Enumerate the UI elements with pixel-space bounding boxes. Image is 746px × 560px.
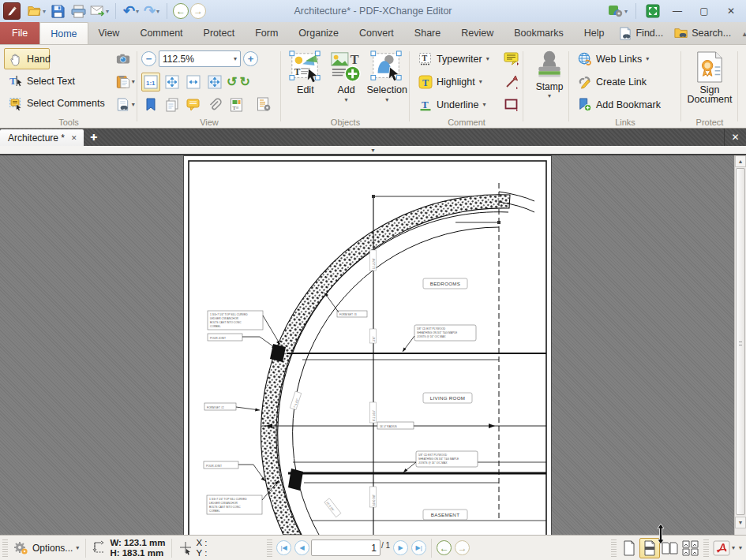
document-canvas[interactable]: BEDROOMS LIVING ROOM BASEMENT 1 3/4×7 1/… xyxy=(0,155,734,535)
tab-form[interactable]: Form xyxy=(245,22,288,44)
redo-caret-icon[interactable]: ▾ xyxy=(156,8,159,15)
tab-protect[interactable]: Protect xyxy=(193,22,246,44)
add-bookmark-button[interactable]: Add Bookmark xyxy=(573,94,679,115)
fields-pane-button[interactable]: T≡ xyxy=(227,95,246,114)
tab-organize[interactable]: Organize xyxy=(288,22,349,44)
actual-size-button[interactable]: 1:1 xyxy=(141,73,160,91)
ui-options-button[interactable]: ▾ xyxy=(607,2,628,21)
typewriter-caret-icon[interactable]: ▾ xyxy=(486,55,489,62)
fit-width-button[interactable] xyxy=(184,73,203,91)
tab-review[interactable]: Review xyxy=(451,22,504,44)
tab-comment[interactable]: Comment xyxy=(129,22,193,44)
maximize-button[interactable]: ▢ xyxy=(692,2,716,20)
snapshot-button[interactable] xyxy=(116,48,135,69)
find-button[interactable]: Find... xyxy=(614,23,668,43)
create-link-button[interactable]: Create Link xyxy=(573,71,679,92)
document-tab-architecture[interactable]: Architecture * ✕ xyxy=(0,129,84,146)
tab-close-icon[interactable]: ✕ xyxy=(71,134,77,142)
email-caret-icon[interactable]: ▾ xyxy=(106,8,109,15)
highlight-button[interactable]: T Highlight ▾ xyxy=(414,71,487,92)
comments-pane-button[interactable] xyxy=(184,95,203,114)
attachments-pane-button[interactable] xyxy=(205,95,224,114)
add-objects-caret-icon[interactable]: ▾ xyxy=(345,96,348,103)
hand-tool-button[interactable]: Hand xyxy=(4,48,50,69)
previous-page-button[interactable]: ◀ xyxy=(294,540,309,555)
web-links-button[interactable]: Web Links ▾ xyxy=(573,48,679,69)
collapse-ribbon-icon[interactable]: ▴ xyxy=(737,29,746,38)
select-text-button[interactable]: T Select Text xyxy=(4,70,110,91)
underline-caret-icon[interactable]: ▾ xyxy=(483,101,486,108)
stamp-caret-icon[interactable]: ▾ xyxy=(548,92,551,99)
add-objects-button[interactable]: T Add ▾ xyxy=(326,48,367,115)
page-number-input[interactable]: 1 xyxy=(311,539,380,556)
fullscreen-button[interactable] xyxy=(643,2,662,21)
tab-file[interactable]: File xyxy=(0,22,39,44)
statusbar-collapse-icon[interactable]: ▼ xyxy=(735,547,746,550)
scrollbar-thumb[interactable] xyxy=(736,168,745,515)
bookmarks-pane-button[interactable] xyxy=(141,95,160,114)
tab-convert[interactable]: Convert xyxy=(349,22,404,44)
last-page-button[interactable]: ▶| xyxy=(411,540,426,555)
options-caret-icon[interactable]: ▾ xyxy=(76,544,79,551)
pdf-page[interactable]: BEDROOMS LIVING ROOM BASEMENT 1 3/4×7 1/… xyxy=(184,156,551,535)
two-page-continuous-layout-button[interactable] xyxy=(680,538,701,558)
web-links-caret-icon[interactable]: ▾ xyxy=(646,55,649,62)
zoom-caret-icon[interactable]: ▾ xyxy=(234,55,237,62)
close-button[interactable]: ✕ xyxy=(719,2,743,20)
tab-home[interactable]: Home xyxy=(39,22,88,44)
properties-pane-button[interactable] xyxy=(254,95,273,114)
new-tab-button[interactable]: ✚ xyxy=(84,129,104,146)
selection-button[interactable]: Selection ▾ xyxy=(366,48,407,115)
open-button[interactable]: ▾ xyxy=(27,2,47,21)
highlight-caret-icon[interactable]: ▾ xyxy=(479,78,482,85)
tab-view[interactable]: View xyxy=(88,22,130,44)
zoom-out-button[interactable]: − xyxy=(141,51,156,66)
close-document-button[interactable]: ✕ xyxy=(724,129,746,146)
open-caret-icon[interactable]: ▾ xyxy=(43,8,46,15)
fit-visible-button[interactable] xyxy=(205,73,224,91)
selection-caret-icon[interactable]: ▾ xyxy=(385,96,388,103)
tab-bookmarks[interactable]: Bookmarks xyxy=(504,22,574,44)
email-button[interactable]: ▾ xyxy=(89,2,110,21)
open-in-adobe-button[interactable] xyxy=(711,538,732,558)
print-button[interactable] xyxy=(69,2,88,21)
next-page-button[interactable]: ▶ xyxy=(393,540,408,555)
underline-button[interactable]: T Underline ▾ xyxy=(414,94,491,115)
thumbnails-pane-button[interactable] xyxy=(163,95,182,114)
edit-objects-button[interactable]: T Edit xyxy=(285,48,326,115)
app-icon[interactable] xyxy=(3,2,21,20)
history-back-button[interactable]: ← xyxy=(173,3,189,19)
sticky-note-button[interactable] xyxy=(502,50,521,69)
previous-view-button[interactable]: ← xyxy=(437,540,452,555)
minimize-button[interactable]: — xyxy=(665,2,689,20)
scroll-up-button[interactable]: ▲ xyxy=(735,155,746,167)
undo-button[interactable]: ↶ ▾ xyxy=(122,2,141,21)
splitter-handle-icon[interactable]: ▼ xyxy=(370,148,376,152)
sign-document-button[interactable]: Sign Document xyxy=(685,48,734,105)
tab-help[interactable]: Help xyxy=(574,22,615,44)
paste-button[interactable]: ▾ xyxy=(116,71,135,92)
rotate-ccw-button[interactable]: ↺ xyxy=(227,74,237,89)
options-button[interactable]: Options... ▾ xyxy=(10,541,82,555)
typewriter-button[interactable]: T Typewriter ▾ xyxy=(414,48,494,69)
stamp-button[interactable]: Stamp ▾ xyxy=(527,48,572,99)
search-button[interactable]: Search... xyxy=(669,23,736,43)
history-forward-button[interactable]: → xyxy=(190,3,206,19)
zoom-in-button[interactable]: + xyxy=(243,51,258,66)
rotate-cw-button[interactable]: ↻ xyxy=(239,74,249,89)
single-page-layout-button[interactable] xyxy=(619,538,639,558)
first-page-button[interactable]: |◀ xyxy=(276,540,291,555)
undo-caret-icon[interactable]: ▾ xyxy=(136,8,139,15)
ui-options-caret-icon[interactable]: ▾ xyxy=(624,8,628,15)
rectangle-tool-button[interactable] xyxy=(502,95,521,114)
vertical-scrollbar[interactable]: ▲ ▼ ▼ xyxy=(734,155,746,535)
select-comments-button[interactable]: Select Comments xyxy=(4,92,110,114)
tab-share[interactable]: Share xyxy=(404,22,451,44)
find-tool-button[interactable]: ▾ xyxy=(116,94,135,115)
save-button[interactable] xyxy=(48,2,67,21)
fit-page-button[interactable] xyxy=(163,73,182,91)
find-tool-caret-icon[interactable]: ▾ xyxy=(132,101,135,108)
paste-caret-icon[interactable]: ▾ xyxy=(132,78,135,85)
next-view-button[interactable]: → xyxy=(455,540,470,555)
panel-splitter[interactable]: ▼ xyxy=(0,146,746,155)
